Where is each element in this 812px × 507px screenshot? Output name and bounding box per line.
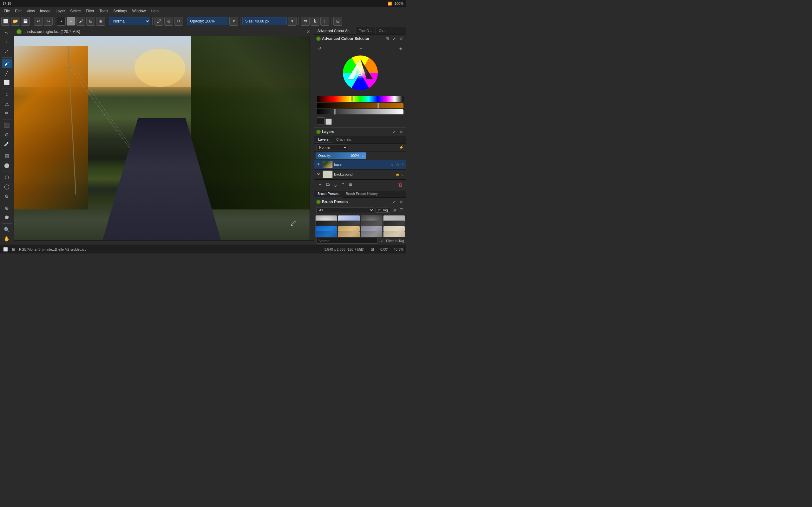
ellipse-select-tool[interactable]: ◯ — [2, 182, 12, 191]
brush-search-input[interactable] — [316, 238, 378, 244]
brush-item-16[interactable] — [383, 231, 405, 237]
zoom-tool[interactable]: 🔍 — [2, 225, 12, 234]
layer-alpha-icon[interactable]: α — [390, 162, 395, 167]
undo-btn[interactable]: ↩ — [34, 17, 43, 26]
layer-row-bg[interactable]: 👁 Background 🔒 α — [314, 170, 406, 179]
fit-page-btn[interactable]: ⊡ — [369, 246, 375, 252]
save-btn[interactable]: 💾 — [21, 17, 30, 26]
layers-close-btn[interactable]: ✕ — [398, 129, 404, 135]
tab-color-selector[interactable]: Advanced Colour Se... — [314, 27, 356, 34]
layer-row-base[interactable]: 👁 base α ⬡ ✎ — [314, 160, 406, 170]
menu-file[interactable]: File — [1, 8, 12, 14]
line-tool[interactable]: ╱ — [2, 69, 12, 77]
menu-view[interactable]: View — [24, 8, 38, 14]
canvas-scrollbar-h[interactable] — [14, 240, 314, 245]
rect-tool[interactable]: ⬜ — [2, 78, 12, 87]
polygon-tool[interactable]: △ — [2, 100, 12, 108]
opacity-dropdown-btn[interactable]: ▾ — [229, 17, 238, 26]
status-icon-1[interactable]: ⬜ — [3, 246, 8, 252]
refresh-btn[interactable]: ↺ — [174, 17, 183, 26]
delete-layer-btn[interactable]: 🗑 — [397, 181, 404, 188]
layer-eye-base[interactable]: 👁 — [316, 162, 321, 167]
blend-mode-select[interactable]: Normal Multiply Screen Overlay — [109, 17, 150, 25]
smart-patch-tool[interactable]: ⬤ — [2, 161, 12, 170]
menu-window[interactable]: Window — [130, 8, 148, 14]
fg-color-swatch[interactable] — [317, 117, 324, 125]
freehand-tool[interactable]: ✏ — [2, 109, 12, 117]
tab-brush-presets[interactable]: Brush Presets — [314, 190, 343, 198]
size-display[interactable]: Size: 40.00 px — [242, 17, 287, 25]
value-slider[interactable] — [317, 109, 403, 114]
brush-filter-select[interactable]: All Basic Digital — [316, 207, 374, 213]
layer-blend-mode-select[interactable]: Normal Multiply Screen — [316, 145, 348, 150]
color-selector-expand-btn[interactable]: ⤢ — [392, 36, 397, 42]
color-selector-grid-btn[interactable]: ⊞ — [385, 36, 390, 42]
pattern-btn[interactable]: ⊞ — [86, 17, 95, 26]
mirror-v-btn[interactable]: ⇅ — [310, 17, 319, 26]
brush-item-13[interactable] — [315, 231, 337, 237]
tab-brush-history[interactable]: Brush Preset History — [343, 190, 381, 198]
tab-overview[interactable]: Ov... — [375, 27, 389, 34]
tab-channels[interactable]: Channels — [333, 136, 355, 143]
canvas-container[interactable]: 🖊 — [14, 36, 310, 240]
tab-layers[interactable]: Layers — [314, 136, 333, 143]
layer-eye-bg[interactable]: 👁 — [316, 171, 321, 177]
ellipse-tool[interactable]: ○ — [2, 90, 12, 99]
open-btn[interactable]: 📂 — [11, 17, 20, 26]
new-doc-btn[interactable]: ⬜ — [1, 17, 10, 26]
rect-select-tool[interactable]: ⬡ — [2, 173, 12, 181]
brush-preset-btn[interactable]: 🖊 — [154, 17, 163, 26]
brush-view-btn[interactable]: ⊞ — [392, 207, 397, 213]
opacity-display[interactable]: Opacity: 100% — [187, 17, 229, 25]
bg-color-btn[interactable]: ▫ — [67, 17, 75, 26]
redo-btn[interactable]: ↪ — [44, 17, 53, 26]
gradient-btn[interactable]: ▣ — [96, 17, 105, 26]
fill-tool[interactable]: ⬛ — [2, 121, 12, 129]
brush-close-btn[interactable]: ✕ — [398, 199, 404, 205]
poly-select[interactable]: ⬟ — [2, 213, 12, 222]
saturation-slider[interactable] — [317, 103, 403, 108]
sat-thumb[interactable] — [377, 103, 379, 109]
canvas-scrollbar-v[interactable] — [310, 36, 314, 240]
move-layer-up-btn[interactable]: ⌃ — [339, 181, 347, 188]
wrap-btn[interactable]: ↕ — [320, 17, 329, 26]
menu-settings[interactable]: Settings — [111, 8, 130, 14]
erase-mode[interactable]: ⊘ — [2, 130, 12, 139]
color-picker-btn[interactable]: 🖌 — [77, 17, 85, 26]
layer-filter-btn[interactable]: ⚡ — [398, 145, 404, 150]
hue-slider[interactable] — [317, 96, 403, 102]
layer-lock-icon[interactable]: 🔒 — [395, 172, 400, 176]
select-tool[interactable]: ↖ — [2, 29, 12, 37]
layer-opacity-bar[interactable]: Opacity: 100% ≡ — [316, 153, 366, 159]
pan-tool[interactable]: ✋ — [2, 234, 12, 243]
brush-tag-btn[interactable]: 🏷 Tag — [375, 208, 390, 213]
val-thumb[interactable] — [334, 109, 336, 115]
size-dropdown-btn[interactable]: ▾ — [288, 17, 297, 26]
tab-tool-options[interactable]: Tool O... — [356, 27, 375, 34]
brush-list-btn[interactable]: ☰ — [398, 207, 404, 213]
color-picker-tool[interactable]: 💉 — [2, 139, 12, 148]
color-history-btn[interactable]: ↺ — [317, 46, 322, 51]
fg-color-btn[interactable]: ▪ — [57, 17, 66, 26]
similar-select[interactable]: ⊕ — [2, 204, 12, 212]
bg-color-swatch[interactable] — [325, 118, 332, 125]
menu-select[interactable]: Select — [67, 8, 83, 14]
search-check-icon[interactable]: ✓ — [379, 238, 385, 244]
menu-tools[interactable]: Tools — [97, 8, 111, 14]
hue-thumb[interactable] — [351, 96, 353, 102]
layer-copy-icon[interactable]: ⬡ — [395, 162, 400, 167]
move-layer-down-btn[interactable]: ⌄ — [332, 181, 339, 188]
contiguous-select[interactable]: ⊛ — [2, 192, 12, 200]
color-sample-btn[interactable]: ◈ — [398, 46, 403, 51]
status-icon-2[interactable]: ⊞ — [11, 246, 16, 252]
filter-in-tag-label[interactable]: Filter in Tag — [386, 239, 404, 243]
gradient-tool[interactable]: ▤ — [2, 152, 12, 160]
layer-settings-btn[interactable]: ≡ — [347, 181, 354, 188]
mirror-h-btn[interactable]: ⇆ — [301, 17, 310, 26]
add-layer-btn[interactable]: + — [316, 181, 324, 188]
brush-tool[interactable]: 🖌 — [2, 59, 12, 68]
layers-expand-btn[interactable]: ⤢ — [392, 129, 397, 135]
menu-edit[interactable]: Edit — [12, 8, 24, 14]
menu-help[interactable]: Help — [148, 8, 161, 14]
canvas-close-btn[interactable]: ✕ — [305, 29, 311, 34]
